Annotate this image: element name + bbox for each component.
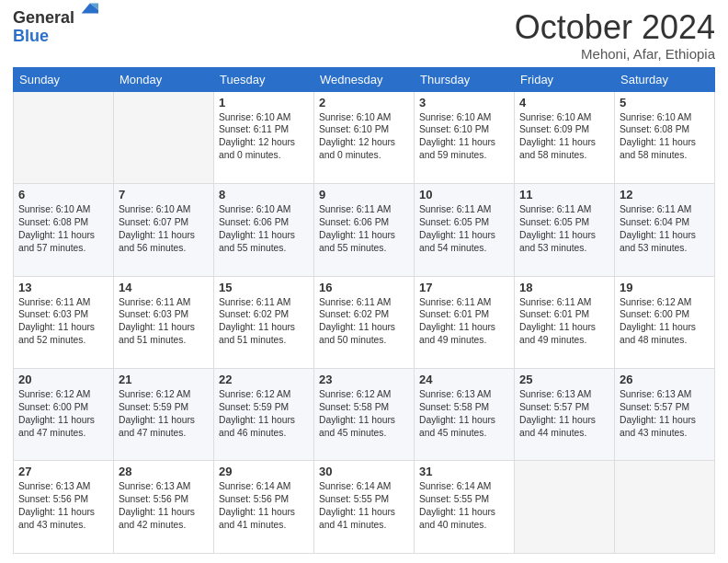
calendar-day-cell: 8Sunrise: 6:10 AM Sunset: 6:06 PM Daylig… [214, 184, 314, 276]
day-number: 7 [119, 188, 209, 201]
calendar-day-cell: 27Sunrise: 6:13 AM Sunset: 5:56 PM Dayli… [14, 461, 114, 554]
day-info: Sunrise: 6:11 AM Sunset: 6:03 PM Dayligh… [119, 296, 209, 348]
calendar-day-cell [615, 461, 715, 554]
day-number: 13 [18, 281, 108, 294]
day-number: 1 [219, 96, 309, 109]
day-info: Sunrise: 6:11 AM Sunset: 6:05 PM Dayligh… [419, 203, 509, 255]
day-number: 4 [519, 96, 609, 109]
calendar-day-cell: 2Sunrise: 6:10 AM Sunset: 6:10 PM Daylig… [314, 91, 415, 183]
logo-blue: Blue [13, 28, 74, 46]
calendar-day-cell: 6Sunrise: 6:10 AM Sunset: 6:08 PM Daylig… [14, 184, 114, 276]
calendar-day-cell: 21Sunrise: 6:12 AM Sunset: 5:59 PM Dayli… [114, 369, 214, 461]
day-info: Sunrise: 6:10 AM Sunset: 6:10 PM Dayligh… [419, 111, 509, 163]
calendar-day-cell: 22Sunrise: 6:12 AM Sunset: 5:59 PM Dayli… [214, 369, 314, 461]
calendar-day-cell: 13Sunrise: 6:11 AM Sunset: 6:03 PM Dayli… [14, 276, 114, 368]
calendar-day-cell: 18Sunrise: 6:11 AM Sunset: 6:01 PM Dayli… [515, 276, 615, 368]
calendar-day-cell: 31Sunrise: 6:14 AM Sunset: 5:55 PM Dayli… [415, 461, 515, 554]
calendar-day-cell [114, 91, 214, 183]
month-title: October 2024 [515, 9, 715, 46]
day-number: 8 [219, 188, 309, 201]
day-number: 28 [119, 465, 209, 478]
calendar-week-row: 27Sunrise: 6:13 AM Sunset: 5:56 PM Dayli… [14, 461, 715, 554]
day-info: Sunrise: 6:11 AM Sunset: 6:06 PM Dayligh… [319, 203, 409, 255]
calendar-day-cell: 3Sunrise: 6:10 AM Sunset: 6:10 PM Daylig… [415, 91, 515, 183]
day-info: Sunrise: 6:13 AM Sunset: 5:56 PM Dayligh… [18, 480, 108, 532]
day-info: Sunrise: 6:13 AM Sunset: 5:57 PM Dayligh… [620, 388, 710, 440]
day-number: 10 [419, 188, 509, 201]
calendar-day-cell: 10Sunrise: 6:11 AM Sunset: 6:05 PM Dayli… [415, 184, 515, 276]
calendar-day-cell: 30Sunrise: 6:14 AM Sunset: 5:55 PM Dayli… [314, 461, 415, 554]
logo-area: General Blue [13, 9, 74, 46]
day-info: Sunrise: 6:10 AM Sunset: 6:08 PM Dayligh… [620, 111, 710, 163]
calendar-day-cell: 1Sunrise: 6:10 AM Sunset: 6:11 PM Daylig… [214, 91, 314, 183]
day-number: 5 [620, 96, 710, 109]
day-number: 17 [419, 281, 509, 294]
day-info: Sunrise: 6:14 AM Sunset: 5:55 PM Dayligh… [319, 480, 409, 532]
day-info: Sunrise: 6:14 AM Sunset: 5:56 PM Dayligh… [219, 480, 309, 532]
calendar-day-cell: 7Sunrise: 6:10 AM Sunset: 6:07 PM Daylig… [114, 184, 214, 276]
calendar-day-cell: 26Sunrise: 6:13 AM Sunset: 5:57 PM Dayli… [615, 369, 715, 461]
day-number: 11 [519, 188, 609, 201]
logo-general: General [13, 9, 74, 28]
day-number: 29 [219, 465, 309, 478]
day-number: 23 [319, 373, 409, 386]
calendar-day-cell: 20Sunrise: 6:12 AM Sunset: 6:00 PM Dayli… [14, 369, 114, 461]
calendar-day-header: Tuesday [214, 67, 314, 91]
day-number: 31 [419, 465, 509, 478]
day-number: 15 [219, 281, 309, 294]
day-number: 21 [119, 373, 209, 386]
day-info: Sunrise: 6:14 AM Sunset: 5:55 PM Dayligh… [419, 480, 509, 532]
calendar-header-row: SundayMondayTuesdayWednesdayThursdayFrid… [14, 67, 715, 91]
day-info: Sunrise: 6:13 AM Sunset: 5:58 PM Dayligh… [419, 388, 509, 440]
day-info: Sunrise: 6:13 AM Sunset: 5:56 PM Dayligh… [119, 480, 209, 532]
calendar-day-header: Monday [114, 67, 214, 91]
day-info: Sunrise: 6:10 AM Sunset: 6:08 PM Dayligh… [18, 203, 108, 255]
day-info: Sunrise: 6:10 AM Sunset: 6:09 PM Dayligh… [519, 111, 609, 163]
day-info: Sunrise: 6:10 AM Sunset: 6:07 PM Dayligh… [119, 203, 209, 255]
calendar-day-header: Saturday [615, 67, 715, 91]
day-number: 2 [319, 96, 409, 109]
day-info: Sunrise: 6:12 AM Sunset: 5:58 PM Dayligh… [319, 388, 409, 440]
day-info: Sunrise: 6:11 AM Sunset: 6:03 PM Dayligh… [18, 296, 108, 348]
day-info: Sunrise: 6:10 AM Sunset: 6:06 PM Dayligh… [219, 203, 309, 255]
day-number: 16 [319, 281, 409, 294]
calendar-day-cell: 5Sunrise: 6:10 AM Sunset: 6:08 PM Daylig… [615, 91, 715, 183]
logo-text: General Blue [13, 9, 74, 46]
calendar-day-cell [14, 91, 114, 183]
calendar-day-cell: 4Sunrise: 6:10 AM Sunset: 6:09 PM Daylig… [515, 91, 615, 183]
calendar-week-row: 6Sunrise: 6:10 AM Sunset: 6:08 PM Daylig… [14, 184, 715, 276]
logo-icon [78, 0, 98, 18]
calendar-day-cell: 24Sunrise: 6:13 AM Sunset: 5:58 PM Dayli… [415, 369, 515, 461]
day-number: 14 [119, 281, 209, 294]
day-info: Sunrise: 6:11 AM Sunset: 6:01 PM Dayligh… [419, 296, 509, 348]
calendar-day-cell: 29Sunrise: 6:14 AM Sunset: 5:56 PM Dayli… [214, 461, 314, 554]
day-number: 19 [620, 281, 710, 294]
calendar-day-cell: 14Sunrise: 6:11 AM Sunset: 6:03 PM Dayli… [114, 276, 214, 368]
calendar-day-header: Sunday [14, 67, 114, 91]
day-number: 12 [620, 188, 710, 201]
calendar-day-cell: 16Sunrise: 6:11 AM Sunset: 6:02 PM Dayli… [314, 276, 415, 368]
header: General Blue October 2024 Mehoni, Afar, … [13, 9, 715, 62]
calendar-day-cell: 17Sunrise: 6:11 AM Sunset: 6:01 PM Dayli… [415, 276, 515, 368]
title-area: October 2024 Mehoni, Afar, Ethiopia [515, 9, 715, 62]
day-number: 26 [620, 373, 710, 386]
calendar-day-cell [515, 461, 615, 554]
calendar-week-row: 20Sunrise: 6:12 AM Sunset: 6:00 PM Dayli… [14, 369, 715, 461]
calendar-week-row: 13Sunrise: 6:11 AM Sunset: 6:03 PM Dayli… [14, 276, 715, 368]
day-number: 22 [219, 373, 309, 386]
day-number: 27 [18, 465, 108, 478]
page: General Blue October 2024 Mehoni, Afar, … [0, 0, 728, 563]
day-number: 30 [319, 465, 409, 478]
day-info: Sunrise: 6:11 AM Sunset: 6:01 PM Dayligh… [519, 296, 609, 348]
day-info: Sunrise: 6:11 AM Sunset: 6:02 PM Dayligh… [319, 296, 409, 348]
day-info: Sunrise: 6:13 AM Sunset: 5:57 PM Dayligh… [519, 388, 609, 440]
calendar-day-cell: 9Sunrise: 6:11 AM Sunset: 6:06 PM Daylig… [314, 184, 415, 276]
calendar-table: SundayMondayTuesdayWednesdayThursdayFrid… [13, 67, 715, 554]
calendar-day-header: Thursday [415, 67, 515, 91]
day-info: Sunrise: 6:10 AM Sunset: 6:11 PM Dayligh… [219, 111, 309, 163]
calendar-day-cell: 23Sunrise: 6:12 AM Sunset: 5:58 PM Dayli… [314, 369, 415, 461]
day-number: 6 [18, 188, 108, 201]
day-info: Sunrise: 6:11 AM Sunset: 6:05 PM Dayligh… [519, 203, 609, 255]
day-info: Sunrise: 6:12 AM Sunset: 5:59 PM Dayligh… [219, 388, 309, 440]
calendar-day-cell: 12Sunrise: 6:11 AM Sunset: 6:04 PM Dayli… [615, 184, 715, 276]
